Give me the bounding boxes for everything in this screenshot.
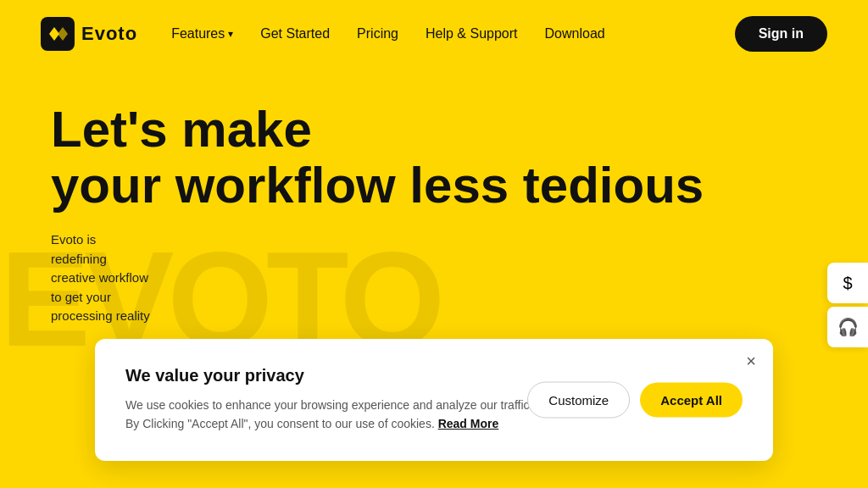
nav-links: Features ▾ Get Started Pricing Help & Su… — [171, 26, 605, 42]
pricing-side-button[interactable]: $ — [827, 263, 868, 303]
nav-help[interactable]: Help & Support — [426, 26, 518, 41]
sign-in-button[interactable]: Sign in — [735, 16, 827, 52]
hero-body-row: Evoto is redefining creative workflow to… — [51, 230, 817, 326]
cookie-banner: × We value your privacy We use cookies t… — [95, 339, 773, 461]
navbar-left: Evoto Features ▾ Get Started Pricing Hel… — [41, 17, 605, 51]
hero-headline: Let's make your workflow less tedious — [51, 102, 817, 214]
read-more-link[interactable]: Read More — [438, 417, 499, 430]
hero-body-text: Evoto is redefining creative workflow to… — [51, 230, 153, 326]
accept-all-button[interactable]: Accept All — [640, 382, 743, 417]
support-side-button[interactable]: 🎧 — [827, 307, 868, 347]
logo-link[interactable]: Evoto — [41, 17, 137, 51]
hero-line2: your workflow less tedious — [51, 157, 704, 214]
navbar: Evoto Features ▾ Get Started Pricing Hel… — [0, 0, 868, 68]
cookie-close-button[interactable]: × — [746, 352, 756, 369]
dollar-icon: $ — [843, 274, 852, 293]
cookie-actions: Customize Accept All — [527, 381, 743, 418]
headset-icon: 🎧 — [837, 317, 859, 337]
nav-download[interactable]: Download — [545, 26, 605, 41]
cookie-body: We use cookies to enhance your browsing … — [125, 396, 549, 434]
nav-features[interactable]: Features ▾ — [171, 26, 233, 42]
customize-button[interactable]: Customize — [527, 381, 630, 418]
hero-section: Let's make your workflow less tedious EV… — [0, 68, 868, 326]
logo-icon — [41, 17, 75, 51]
hero-line1: Let's make — [51, 101, 312, 158]
logo-text: Evoto — [81, 23, 137, 45]
nav-get-started[interactable]: Get Started — [260, 26, 330, 41]
side-buttons: $ 🎧 — [827, 263, 868, 347]
features-chevron-icon: ▾ — [228, 28, 233, 40]
nav-pricing[interactable]: Pricing — [357, 26, 398, 41]
